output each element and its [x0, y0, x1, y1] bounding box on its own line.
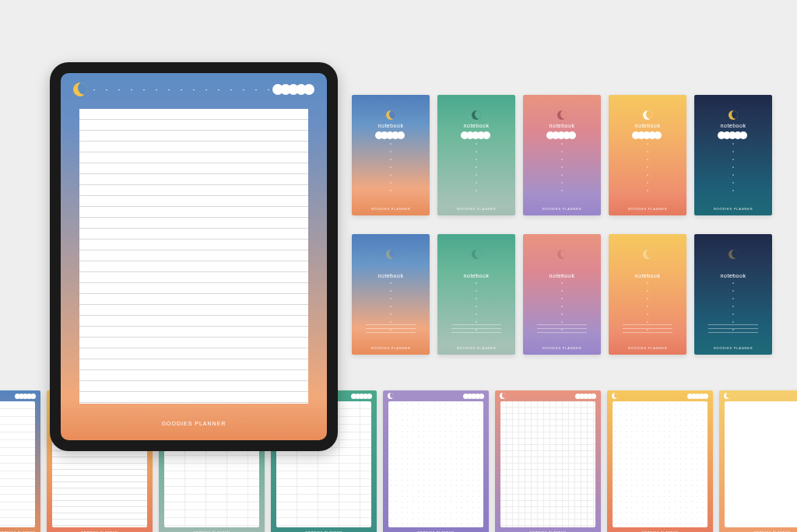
title-lines	[366, 324, 416, 336]
cover-orange-style1: notebookGOODIES PLANNER	[609, 95, 686, 215]
title-lines	[623, 324, 672, 336]
moon-icon	[386, 250, 395, 259]
dotted-divider	[391, 271, 391, 331]
tab-dots	[577, 394, 596, 399]
tab-dots	[16, 394, 36, 399]
cover-blue-style2: notebookGOODIES PLANNER	[352, 234, 430, 355]
page-body	[388, 401, 483, 527]
page-body	[725, 401, 797, 527]
lined-page	[70, 101, 318, 416]
brand-label: GOODIES PLANNER	[714, 207, 753, 211]
brand-label: GOODIES PLANNER	[371, 207, 411, 211]
page-topbar	[0, 390, 40, 401]
moon-icon	[472, 250, 481, 259]
cover-pink-style1: notebookGOODIES PLANNER	[523, 95, 601, 215]
cover-title: notebook	[549, 123, 575, 128]
dotted-divider	[648, 271, 648, 331]
tab-dots	[689, 394, 708, 399]
brand-label: GOODIES PLANNER	[70, 421, 318, 426]
brand-label: GOODIES PLANNER	[457, 207, 497, 211]
tab-dots	[353, 394, 372, 399]
title-lines	[537, 324, 587, 336]
moon-icon	[643, 110, 652, 120]
cover-title: notebook	[635, 123, 661, 128]
dotted-divider	[476, 271, 477, 331]
page-body	[613, 401, 707, 527]
cover-grid: notebookGOODIES PLANNERnotebookGOODIES P…	[352, 95, 781, 373]
page-pink-grid: GOODIES PLANNER	[495, 390, 601, 532]
brand-label: GOODIES PLANNER	[542, 346, 582, 350]
cover-green-style2: notebookGOODIES PLANNER	[437, 234, 515, 355]
moon-icon	[612, 393, 618, 399]
moon-icon	[388, 393, 394, 399]
page-topbar	[607, 390, 713, 401]
dotted-divider	[391, 132, 391, 192]
brand-label: GOODIES PLANNER	[371, 346, 411, 350]
page-body	[500, 401, 595, 527]
moon-icon	[557, 110, 567, 120]
dotted-divider	[733, 271, 734, 331]
cover-blue-style1: notebookGOODIES PLANNER	[352, 95, 430, 215]
dotted-divider	[93, 89, 269, 90]
cover-navy-style2: notebookGOODIES PLANNER	[694, 234, 772, 355]
title-lines	[451, 324, 501, 336]
tab-dots	[465, 394, 484, 399]
dotted-divider	[562, 132, 563, 192]
page-orange-dot: GOODIES PLANNER	[607, 390, 713, 532]
cover-title: notebook	[378, 123, 404, 128]
cover-row-style2: notebookGOODIES PLANNERnotebookGOODIES P…	[352, 234, 781, 355]
cover-navy-style1: notebookGOODIES PLANNER	[694, 95, 772, 215]
page-topbar	[495, 390, 601, 401]
tab-dots	[276, 84, 314, 95]
moon-icon	[73, 82, 87, 96]
tablet-mockup: GOODIES PLANNER	[50, 62, 338, 451]
cover-title: notebook	[721, 123, 746, 128]
moon-icon	[729, 110, 738, 120]
brand-label: GOODIES PLANNER	[628, 346, 668, 350]
cover-pink-style2: notebookGOODIES PLANNER	[523, 234, 601, 355]
dotted-divider	[648, 132, 648, 192]
brand-label: GOODIES PLANNER	[457, 346, 497, 350]
page-blue-2col: GOODIES PLANNER	[0, 390, 40, 532]
moon-icon	[729, 250, 738, 259]
moon-icon	[500, 393, 506, 399]
dotted-divider	[562, 271, 563, 331]
cover-row-style1: notebookGOODIES PLANNERnotebookGOODIES P…	[352, 95, 781, 215]
page-topbar	[383, 390, 489, 401]
brand-label: GOODIES PLANNER	[628, 207, 668, 211]
page-purple-dot: GOODIES PLANNER	[383, 390, 489, 532]
cover-title: notebook	[464, 123, 490, 128]
moon-icon	[557, 250, 567, 259]
cover-orange-style2: notebookGOODIES PLANNER	[609, 234, 686, 355]
dotted-divider	[476, 132, 477, 192]
moon-icon	[643, 250, 652, 259]
page-yellow-blank: GOODIES PLANNER	[719, 390, 797, 532]
page-topbar	[719, 390, 797, 401]
moon-icon	[386, 110, 395, 120]
brand-label: GOODIES PLANNER	[542, 207, 582, 211]
page-body	[0, 401, 35, 527]
tablet-screen: GOODIES PLANNER	[61, 73, 327, 440]
page-topbar	[70, 82, 318, 100]
title-lines	[708, 324, 758, 336]
cover-green-style1: notebookGOODIES PLANNER	[437, 95, 515, 215]
brand-label: GOODIES PLANNER	[714, 346, 753, 350]
moon-icon	[472, 110, 481, 120]
moon-icon	[724, 393, 730, 399]
dotted-divider	[733, 132, 734, 192]
